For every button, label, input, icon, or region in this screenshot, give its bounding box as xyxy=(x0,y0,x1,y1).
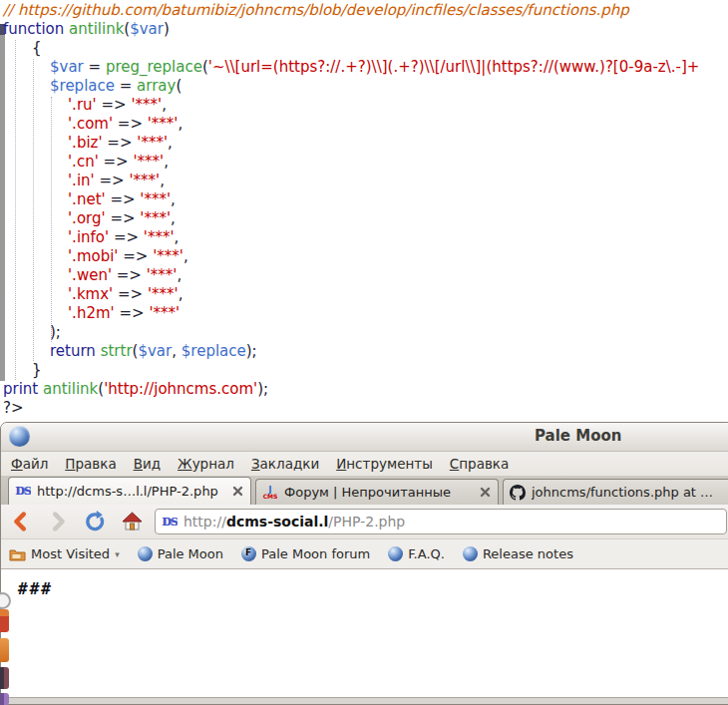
back-button[interactable] xyxy=(7,509,35,534)
tab-0[interactable]: DShttp://dcms-s…l.l/PHP-2.php xyxy=(8,477,251,505)
tab-1[interactable]: JCMSФорум | Непрочитанные xyxy=(255,479,499,505)
reload-button[interactable] xyxy=(81,509,109,534)
bookmark-favicon-icon xyxy=(388,546,403,561)
menu-item-3[interactable]: Журнал xyxy=(178,456,234,472)
code-line: '.net' => '***', xyxy=(0,190,728,209)
menu-item-5[interactable]: Инструменты xyxy=(336,456,433,472)
launcher-icon-fragment[interactable] xyxy=(0,638,9,662)
pale-moon-window: Pale Moon ФайлПравкаВидЖурналЗакладкиИнс… xyxy=(0,422,728,705)
bookmark-favicon-icon xyxy=(138,546,153,561)
tab-2[interactable]: johncms/functions.php at … xyxy=(503,479,728,505)
bookmark-item-0[interactable]: Pale Moon xyxy=(138,546,223,561)
most-visited-folder[interactable]: Most Visited ▾ xyxy=(9,546,120,561)
launcher-icon-fragment[interactable] xyxy=(0,693,9,705)
most-visited-label: Most Visited xyxy=(31,546,110,561)
bookmark-label: Pale Moon forum xyxy=(261,546,370,561)
code-line: '.com' => '***', xyxy=(0,115,728,134)
tab-bar: DShttp://dcms-s…l.l/PHP-2.phpJCMSФорум |… xyxy=(1,476,728,505)
page-content: ### xyxy=(1,569,728,697)
code-line: $replace = array( xyxy=(0,77,728,96)
favicon-letter: F xyxy=(245,547,251,557)
reload-icon xyxy=(84,511,106,532)
ds-favicon-icon: DS xyxy=(15,484,31,500)
launcher-icon-fragment[interactable] xyxy=(0,667,9,689)
page-text: ### xyxy=(18,579,53,598)
code-line: '.mobi' => '***', xyxy=(0,247,728,266)
window-bottom-edge xyxy=(1,697,728,704)
bookmark-item-2[interactable]: F.A.Q. xyxy=(388,546,445,561)
bookmark-label: Pale Moon xyxy=(158,546,223,561)
ds-favicon-icon: DS xyxy=(162,514,178,529)
bookmarks-toolbar: Most Visited ▾ Pale MoonFPale Moon forum… xyxy=(1,539,728,569)
window-title-bar[interactable]: Pale Moon xyxy=(1,423,728,452)
code-line: '.in' => '***', xyxy=(0,172,728,190)
tab-close-button[interactable] xyxy=(478,486,492,500)
bookmark-label: F.A.Q. xyxy=(408,546,445,561)
menu-item-4[interactable]: Закладки xyxy=(251,456,319,472)
url-path: /PHP-2.php xyxy=(328,514,405,529)
code-line: ); xyxy=(0,323,728,342)
code-line: '.info' => '***', xyxy=(0,228,728,247)
code-line: ?> xyxy=(0,399,728,418)
menu-bar: ФайлПравкаВидЖурналЗакладкиИнструментыСп… xyxy=(1,452,728,476)
menu-item-1[interactable]: Правка xyxy=(65,456,116,472)
code-line: '.cn' => '***', xyxy=(0,153,728,172)
url-field[interactable]: DS http://dcms-social.l/PHP-2.php xyxy=(155,509,727,534)
url-host: dcms-social.l xyxy=(226,514,328,529)
pale-moon-logo-icon xyxy=(9,426,30,447)
tab-label: http://dcms-s…l.l/PHP-2.php xyxy=(37,484,224,499)
code-line: '.ru' => '***', xyxy=(0,96,728,115)
code-line: return strtr($var, $replace); xyxy=(0,342,728,361)
chevron-right-icon xyxy=(47,511,69,532)
code-line: '.org' => '***', xyxy=(0,209,728,228)
bookmark-item-1[interactable]: FPale Moon forum xyxy=(241,546,370,561)
code-line: print antilink('http://johncms.com'); xyxy=(0,380,728,399)
home-icon xyxy=(121,511,144,532)
code-lines: // https://github.com/batumibiz/johncms/… xyxy=(0,1,728,418)
window-title: Pale Moon xyxy=(535,427,621,445)
bookmark-label: Release notes xyxy=(483,546,573,561)
launcher-icon-fragment[interactable] xyxy=(0,609,9,632)
code-line: } xyxy=(0,361,728,380)
code-line: // https://github.com/batumibiz/johncms/… xyxy=(0,1,728,20)
code-line: '.biz' => '***', xyxy=(0,134,728,153)
github-favicon-icon xyxy=(510,485,526,501)
code-line: '.wen' => '***', xyxy=(0,266,728,285)
url-scheme: http:// xyxy=(183,514,226,529)
close-icon xyxy=(232,486,243,497)
code-editor-panel: // https://github.com/batumibiz/johncms/… xyxy=(0,0,728,421)
code-line: { xyxy=(0,39,728,58)
code-line: $var = preg_replace('~\\[url=(https?://.… xyxy=(0,58,728,77)
navigation-toolbar: DS http://dcms-social.l/PHP-2.php xyxy=(1,505,728,539)
forward-button[interactable] xyxy=(44,509,72,534)
menu-item-2[interactable]: Вид xyxy=(134,456,161,472)
home-button[interactable] xyxy=(118,509,146,534)
bookmark-item-3[interactable]: Release notes xyxy=(463,546,573,561)
chevron-left-icon xyxy=(10,511,32,532)
code-line: function antilink($var) xyxy=(0,20,728,39)
bookmark-favicon-icon: F xyxy=(241,546,256,561)
johncms-favicon-icon: JCMS xyxy=(262,485,278,501)
menu-item-6[interactable]: Справка xyxy=(450,456,510,472)
tab-label: Форум | Непрочитанные xyxy=(284,485,472,500)
bookmark-favicon-icon xyxy=(463,546,478,561)
url-text: http://dcms-social.l/PHP-2.php xyxy=(183,514,405,529)
menu-item-0[interactable]: Файл xyxy=(11,456,48,472)
tab-close-button[interactable] xyxy=(230,485,244,499)
folder-icon xyxy=(9,547,26,561)
code-line: '.h2m' => '***' xyxy=(0,304,728,323)
tab-label: johncms/functions.php at … xyxy=(532,485,728,500)
close-icon xyxy=(480,487,491,498)
code-line: '.kmx' => '***', xyxy=(0,285,728,304)
chevron-down-icon: ▾ xyxy=(115,549,120,559)
